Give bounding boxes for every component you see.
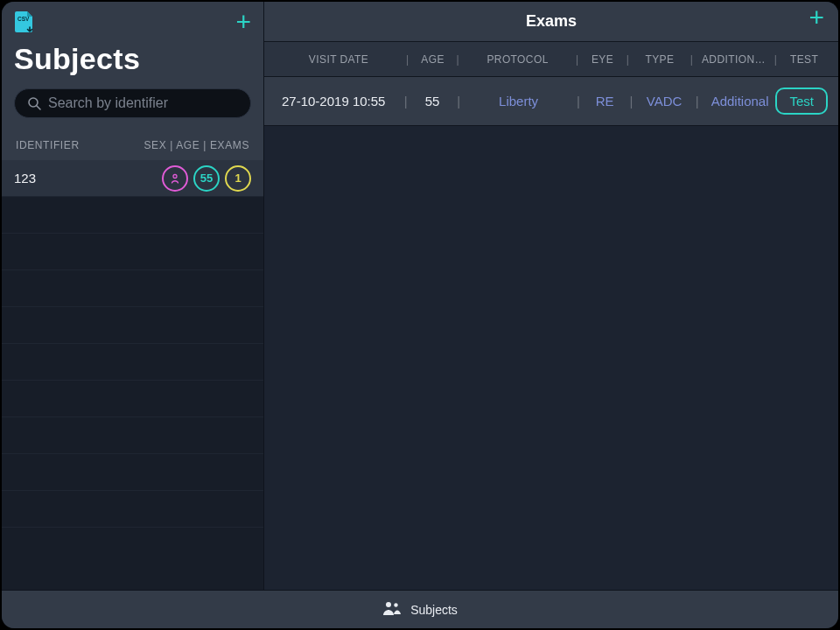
column-separator: | bbox=[402, 53, 413, 66]
svg-line-2 bbox=[37, 106, 40, 109]
value-separator: | bbox=[452, 94, 466, 108]
search-input[interactable] bbox=[48, 95, 238, 111]
column-separator: | bbox=[572, 53, 583, 66]
sidebar-title: Subjects bbox=[14, 42, 251, 76]
exam-row[interactable]: 27-10-2019 10:55 | 55 | Liberty | RE | V… bbox=[264, 77, 838, 126]
search-icon bbox=[27, 96, 41, 110]
column-separator: | bbox=[623, 53, 634, 66]
content-area: CSV + Subjects IDENTIFIER S bbox=[2, 2, 838, 590]
exam-eye[interactable]: RE bbox=[585, 94, 625, 108]
footer-bar: Subjects bbox=[2, 590, 838, 628]
main-header: Exams + bbox=[264, 2, 838, 42]
column-separator: | bbox=[771, 53, 781, 66]
csv-export-icon[interactable]: CSV bbox=[14, 10, 35, 33]
col-sex-age-exams: SEX | AGE | EXAMS bbox=[144, 139, 249, 151]
exam-protocol[interactable]: Liberty bbox=[466, 94, 571, 108]
subject-row[interactable]: 123 55 1 bbox=[2, 160, 263, 197]
add-subject-button[interactable]: + bbox=[235, 13, 251, 31]
svg-point-5 bbox=[394, 603, 397, 606]
svg-text:CSV: CSV bbox=[18, 16, 30, 22]
svg-point-4 bbox=[386, 602, 391, 607]
empty-row bbox=[2, 270, 263, 307]
col-age: AGE bbox=[413, 53, 453, 66]
main-panel: Exams + VISIT DATE | AGE | PROTOCOL | EY… bbox=[264, 2, 838, 590]
exam-list-empty-area bbox=[264, 126, 838, 590]
empty-row bbox=[2, 344, 263, 381]
exams-count-badge: 1 bbox=[225, 165, 251, 192]
age-badge: 55 bbox=[193, 165, 220, 192]
empty-row bbox=[2, 197, 263, 234]
sidebar-column-headers: IDENTIFIER SEX | AGE | EXAMS bbox=[2, 129, 263, 160]
svg-point-3 bbox=[173, 174, 177, 178]
value-separator: | bbox=[571, 94, 585, 108]
exam-additional[interactable]: Additional bbox=[704, 94, 776, 108]
exam-column-headers: VISIT DATE | AGE | PROTOCOL | EYE | TYPE… bbox=[264, 42, 838, 77]
sidebar-top: CSV + Subjects bbox=[2, 2, 263, 129]
subjects-tab-icon[interactable] bbox=[382, 600, 402, 620]
subject-badges: 55 1 bbox=[162, 165, 251, 192]
app-window: CSV + Subjects IDENTIFIER S bbox=[2, 2, 838, 628]
search-field[interactable] bbox=[14, 88, 251, 118]
col-identifier: IDENTIFIER bbox=[16, 139, 80, 151]
empty-row bbox=[2, 381, 263, 417]
sidebar: CSV + Subjects IDENTIFIER S bbox=[2, 2, 264, 590]
value-separator: | bbox=[399, 94, 413, 108]
col-eye: EYE bbox=[583, 53, 623, 66]
exam-age: 55 bbox=[413, 94, 452, 108]
empty-row bbox=[2, 417, 263, 454]
col-visit-date: VISIT DATE bbox=[275, 53, 402, 66]
subject-identifier: 123 bbox=[14, 171, 36, 186]
col-additional: ADDITION… bbox=[696, 53, 771, 66]
exam-visit-date: 27-10-2019 10:55 bbox=[275, 94, 399, 108]
test-button[interactable]: Test bbox=[775, 88, 828, 115]
empty-row bbox=[2, 454, 263, 491]
column-separator: | bbox=[453, 53, 464, 66]
col-test: TEST bbox=[780, 53, 828, 66]
footer-subjects-label[interactable]: Subjects bbox=[410, 603, 458, 617]
sex-badge bbox=[162, 165, 188, 192]
value-separator: | bbox=[624, 94, 638, 108]
main-title: Exams bbox=[526, 12, 577, 31]
add-exam-button[interactable]: + bbox=[808, 9, 824, 26]
empty-row bbox=[2, 307, 263, 344]
subject-list[interactable]: 123 55 1 bbox=[2, 160, 263, 590]
female-icon bbox=[168, 172, 182, 186]
exam-test-cell: Test bbox=[775, 88, 828, 115]
empty-row bbox=[2, 234, 263, 270]
col-protocol: PROTOCOL bbox=[463, 53, 572, 66]
exam-type[interactable]: VADC bbox=[638, 94, 690, 108]
value-separator: | bbox=[690, 94, 704, 108]
sidebar-top-row: CSV + bbox=[14, 10, 251, 33]
column-separator: | bbox=[687, 53, 697, 66]
col-type: TYPE bbox=[633, 53, 686, 66]
empty-row bbox=[2, 491, 263, 528]
